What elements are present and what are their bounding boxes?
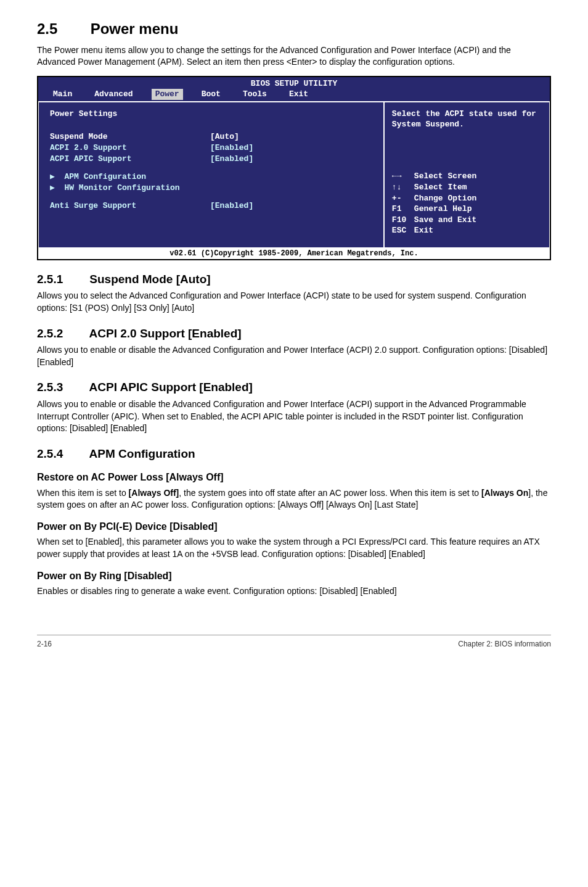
triangle-icon: ▶ [50, 171, 64, 183]
bios-submenu-hwmon[interactable]: ▶ HW Monitor Configuration [50, 183, 372, 194]
key-icon: ←→ [392, 171, 414, 182]
subsection-heading: 2.5.4 APM Configuration [37, 446, 551, 463]
bios-key-row: ←→Select Screen [392, 171, 542, 182]
subsection-number: 2.5.4 [37, 446, 86, 463]
bios-row-acpiapic[interactable]: ACPI APIC Support [Enabled] [50, 154, 372, 165]
bios-key-row: F10Save and Exit [392, 215, 542, 226]
section-number: 2.5 [37, 19, 86, 39]
option-heading: Power on By Ring [Disabled] [37, 569, 551, 583]
bios-heading: Power Settings [50, 109, 372, 120]
subsection-heading: 2.5.1 Suspend Mode [Auto] [37, 271, 551, 288]
body-text: Enables or disables ring to generate a w… [37, 585, 551, 598]
text-run: When this item is set to [37, 488, 129, 498]
bios-help-text: Select the ACPI state used for System Su… [392, 109, 542, 130]
bios-key-help: ←→Select Screen ↑↓Select Item +-Change O… [392, 171, 542, 239]
page-number: 2-16 [37, 639, 52, 650]
body-text: Allows you to enable or disable the Adva… [37, 398, 551, 435]
key-icon: +- [392, 193, 414, 204]
subsection-heading: 2.5.3 ACPI APIC Support [Enabled] [37, 379, 551, 396]
subsection-number: 2.5.3 [37, 379, 86, 396]
bios-row-acpi20[interactable]: ACPI 2.0 Support [Enabled] [50, 142, 372, 154]
key-desc: General Help [414, 204, 472, 213]
key-icon: F1 [392, 204, 414, 215]
key-desc: Change Option [414, 194, 476, 203]
bios-left-panel: Power Settings Suspend Mode [Auto] ACPI … [38, 102, 384, 248]
body-text: When set to [Enabled], this parameter al… [37, 536, 551, 560]
text-run: , the system goes into off state after a… [179, 488, 481, 498]
subsection-title: ACPI 2.0 Support [Enabled] [89, 327, 242, 340]
section-title: Power menu [91, 20, 179, 37]
bold-text: [Always On [481, 488, 528, 498]
bios-submenu-label: APM Configuration [64, 171, 146, 183]
bios-menu-exit[interactable]: Exit [285, 89, 312, 100]
key-icon: ↑↓ [392, 182, 414, 193]
bios-menu-main[interactable]: Main [49, 89, 76, 100]
bios-copyright: v02.61 (C)Copyright 1985-2009, American … [38, 248, 550, 259]
bios-title: BIOS SETUP UTILITY [38, 77, 550, 89]
subsection-heading: 2.5.2 ACPI 2.0 Support [Enabled] [37, 326, 551, 342]
bios-row-suspend[interactable]: Suspend Mode [Auto] [50, 131, 372, 142]
bios-menu-advanced[interactable]: Advanced [91, 89, 136, 100]
bios-label: Anti Surge Support [50, 200, 210, 212]
bios-label: ACPI 2.0 Support [50, 142, 210, 154]
bios-key-row: F1General Help [392, 204, 542, 215]
body-text: When this item is set to [Always Off], t… [37, 487, 551, 511]
subsection-title: Suspend Mode [Auto] [89, 273, 210, 286]
option-heading: Restore on AC Power Loss [Always Off] [37, 471, 551, 484]
intro-text: The Power menu items allow you to change… [37, 44, 551, 68]
bios-key-row: +-Change Option [392, 193, 542, 204]
bios-menubar: Main Advanced Power Boot Tools Exit [38, 89, 550, 101]
key-desc: Select Item [414, 183, 467, 192]
bold-text: [Always Off] [129, 488, 179, 498]
option-heading: Power on By PCI(-E) Device [Disabled] [37, 520, 551, 534]
bios-submenu-apm[interactable]: ▶ APM Configuration [50, 171, 372, 183]
bios-value: [Enabled] [210, 142, 253, 154]
subsection-number: 2.5.1 [37, 271, 86, 288]
page-footer: 2-16 Chapter 2: BIOS information [37, 635, 551, 650]
key-desc: Select Screen [414, 171, 476, 181]
subsection-title: ACPI APIC Support [Enabled] [89, 381, 253, 394]
bios-value: [Auto] [210, 131, 239, 142]
key-desc: Exit [414, 226, 433, 235]
body-text: Allows you to enable or disable the Adva… [37, 344, 551, 368]
key-icon: F10 [392, 215, 414, 226]
key-desc: Save and Exit [414, 215, 476, 225]
triangle-icon: ▶ [50, 183, 64, 194]
bios-screenshot: BIOS SETUP UTILITY Main Advanced Power B… [37, 76, 551, 260]
page-title: 2.5 Power menu [37, 19, 551, 39]
bios-right-panel: Select the ACPI state used for System Su… [384, 102, 550, 248]
chapter-label: Chapter 2: BIOS information [458, 639, 551, 650]
bios-row-antisurge[interactable]: Anti Surge Support [Enabled] [50, 200, 372, 212]
subsection-number: 2.5.2 [37, 326, 86, 342]
bios-key-row: ESCExit [392, 225, 542, 236]
bios-key-row: ↑↓Select Item [392, 182, 542, 193]
bios-menu-boot[interactable]: Boot [198, 89, 224, 100]
bios-menu-tools[interactable]: Tools [239, 89, 271, 100]
key-icon: ESC [392, 225, 414, 236]
bios-label: ACPI APIC Support [50, 154, 210, 165]
body-text: Allows you to select the Advanced Config… [37, 290, 551, 314]
bios-value: [Enabled] [210, 200, 253, 212]
subsection-title: APM Configuration [89, 447, 195, 460]
bios-label: Suspend Mode [50, 131, 210, 142]
bios-submenu-label: HW Monitor Configuration [64, 183, 179, 194]
bios-value: [Enabled] [210, 154, 253, 165]
bios-menu-power[interactable]: Power [152, 89, 183, 100]
